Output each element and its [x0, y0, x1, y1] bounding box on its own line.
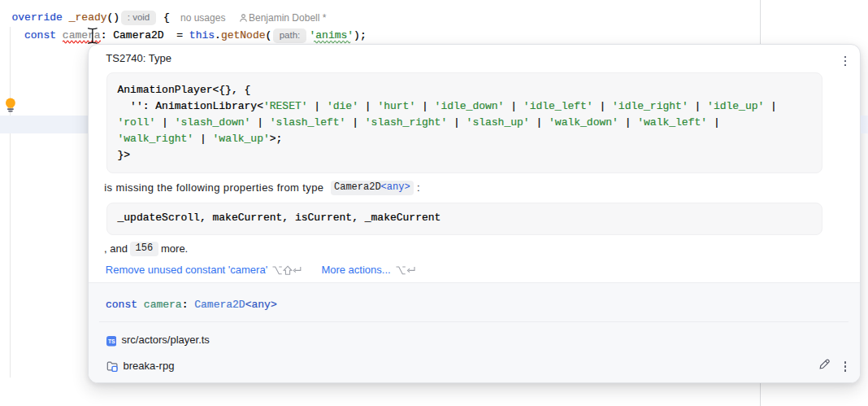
svg-text:TS: TS: [107, 338, 115, 344]
